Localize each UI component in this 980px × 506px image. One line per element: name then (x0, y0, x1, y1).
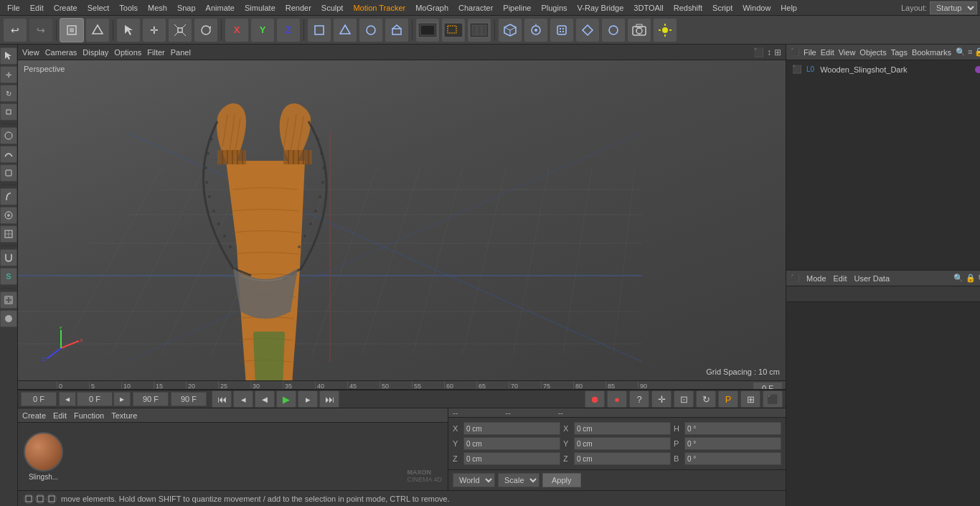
scale-dropdown[interactable]: Scale (498, 473, 540, 487)
viewport-menu-filter[interactable]: Filter (147, 48, 164, 57)
world-dropdown[interactable]: World Local (453, 473, 495, 487)
motion-plus-btn[interactable]: ✛ (651, 390, 672, 408)
viewport-menu-options[interactable]: Options (114, 48, 141, 57)
z-axis-button[interactable]: Z (276, 18, 301, 42)
layout-dropdown[interactable]: Startup (930, 1, 977, 14)
obj-menu-bookmarks[interactable]: Bookmarks (912, 48, 951, 57)
render-region[interactable] (441, 18, 466, 42)
move-button[interactable]: ✛ (142, 18, 166, 42)
menu-vray[interactable]: V-Ray Bridge (573, 2, 628, 14)
model-mode-button[interactable] (60, 18, 84, 42)
menu-sculpt[interactable]: Sculpt (317, 2, 348, 14)
viewport-canvas[interactable]: X Y Z Perspective Grid Spacing : 10 cm (18, 60, 786, 380)
status-icon-3[interactable] (47, 494, 57, 504)
menu-snap[interactable]: Snap (173, 2, 200, 14)
camera-button[interactable] (627, 18, 651, 42)
record-btn[interactable]: ⏺ (585, 390, 605, 408)
object-type-2[interactable] (333, 18, 357, 42)
viewport-icon-1[interactable]: ⬛ (753, 47, 764, 57)
tool-bend[interactable] (0, 188, 17, 205)
menu-render[interactable]: Render (281, 2, 316, 14)
tool-magnet[interactable] (0, 249, 17, 266)
menu-mograph[interactable]: MoGraph (411, 2, 453, 14)
menu-redshift[interactable]: Redshift (669, 2, 707, 14)
status-icon-1[interactable] (24, 494, 34, 504)
menu-animate[interactable]: Animate (202, 2, 239, 14)
obj-search-icon[interactable]: 🔍 (956, 47, 966, 57)
tool-move[interactable]: ✛ (0, 66, 17, 83)
brush-button[interactable] (550, 18, 574, 42)
motion-p-btn[interactable]: P (718, 390, 738, 408)
pen-button[interactable] (524, 18, 548, 42)
light-button[interactable] (653, 18, 677, 42)
coord-h-input[interactable] (684, 422, 781, 435)
x-axis-button[interactable]: X (225, 18, 249, 42)
menu-3dtoall[interactable]: 3DTOAll (629, 2, 667, 14)
diamond-button[interactable] (575, 18, 600, 42)
attr-menu-mode[interactable]: Mode (806, 274, 826, 283)
tool-select[interactable] (0, 47, 17, 65)
frame-plus-btn[interactable]: ▸ (113, 392, 131, 406)
select-button[interactable] (116, 18, 141, 42)
menu-tools[interactable]: Tools (115, 2, 142, 14)
mesh-mode-button[interactable] (85, 18, 110, 42)
render-frame[interactable] (415, 18, 440, 42)
tool-grid[interactable] (0, 291, 17, 309)
coord-x-input[interactable] (463, 422, 560, 435)
menu-create[interactable]: Create (50, 2, 82, 14)
obj-tag-dot-purple[interactable] (975, 66, 980, 73)
material-menu-function[interactable]: Function (74, 411, 104, 420)
obj-lock-icon[interactable]: 🔒 (974, 47, 980, 57)
redo-button[interactable]: ↪ (29, 18, 53, 42)
tool-twist[interactable] (0, 207, 17, 224)
tool-subdiv[interactable] (0, 225, 17, 243)
menu-window[interactable]: Window (738, 2, 775, 14)
y-axis-button[interactable]: Y (250, 18, 275, 42)
end-frame-field[interactable] (133, 392, 169, 406)
tool-scale[interactable] (0, 103, 17, 121)
attr-menu-edit[interactable]: Edit (834, 274, 847, 283)
object-type-4[interactable] (385, 18, 409, 42)
material-menu-texture[interactable]: Texture (111, 411, 137, 420)
obj-menu-file[interactable]: File (804, 48, 816, 57)
object-type-3[interactable] (359, 18, 383, 42)
obj-menu-objects[interactable]: Objects (859, 48, 886, 57)
frame-minus-btn[interactable]: ◂ (59, 392, 76, 406)
tool-paint[interactable] (0, 164, 17, 182)
coord-z-input[interactable] (463, 452, 560, 465)
motion-last-btn[interactable]: ⬛ (763, 390, 783, 408)
obj-menu-edit[interactable]: Edit (821, 48, 834, 57)
tool-polygon[interactable] (0, 127, 17, 144)
autokey-btn[interactable]: ● (607, 390, 627, 408)
play-reverse-btn[interactable]: ◄ (255, 390, 275, 408)
viewport-menu-display[interactable]: Display (83, 48, 108, 57)
coord-z2-input[interactable] (574, 452, 671, 465)
preview-end-field[interactable] (171, 392, 207, 406)
menu-plugins[interactable]: Plugins (537, 2, 571, 14)
obj-settings-icon[interactable]: ≡ (968, 47, 972, 57)
go-to-start-btn[interactable]: ⏮ (212, 390, 232, 408)
attr-menu-userdata[interactable]: User Data (854, 274, 890, 283)
material-thumbnail[interactable] (24, 432, 63, 472)
menu-script[interactable]: Script (708, 2, 737, 14)
circle-btn[interactable] (601, 18, 626, 42)
viewport-menu-cameras[interactable]: Cameras (45, 48, 77, 57)
menu-mesh[interactable]: Mesh (143, 2, 171, 14)
tool-dot[interactable] (0, 310, 17, 327)
go-to-end-btn[interactable]: ⏭ (319, 390, 339, 408)
material-menu-edit[interactable]: Edit (53, 411, 67, 420)
apply-button[interactable]: Apply (542, 473, 581, 487)
current-frame-field[interactable] (77, 392, 113, 406)
attr-settings-icon[interactable]: 🔒 (966, 273, 976, 283)
object-type-1[interactable] (307, 18, 331, 42)
coord-b-input[interactable] (684, 452, 781, 465)
viewport-icon-3[interactable]: ⊞ (774, 47, 781, 57)
coord-y2-input[interactable] (574, 437, 671, 450)
cube-button[interactable] (498, 18, 522, 42)
material-menu-create[interactable]: Create (22, 411, 46, 420)
rotate-button[interactable] (194, 18, 218, 42)
help-playback-btn[interactable]: ? (629, 390, 649, 408)
viewport-menu-view[interactable]: View (22, 48, 39, 57)
undo-button[interactable]: ↩ (3, 18, 27, 42)
obj-menu-view[interactable]: View (839, 48, 856, 57)
